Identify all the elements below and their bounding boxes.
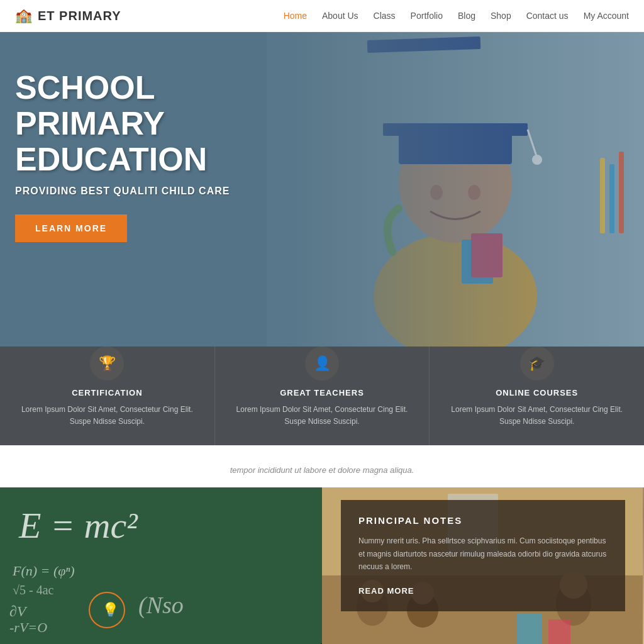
courses-desc: Lorem Ipsum Dolor Sit Amet, Consectetur … (445, 404, 629, 428)
certification-icon-wrap: 🏆 (90, 347, 124, 380)
read-more-link[interactable]: READ MORE (358, 586, 414, 596)
svg-text:F(n) = (φⁿ): F(n) = (φⁿ) (12, 563, 75, 579)
feature-certification: 🏆 CERTIFICATION Lorem Ipsum Dolor Sit Am… (0, 347, 215, 445)
nav-account[interactable]: My Account (584, 11, 629, 21)
certification-title: CERTIFICATION (15, 388, 199, 397)
nav-about[interactable]: About Us (322, 11, 358, 21)
svg-text:∂V: ∂V (9, 603, 28, 619)
logo-icon: 🏫 (15, 8, 33, 24)
hero-cta-button[interactable]: LEARN MORE (15, 214, 127, 242)
content-section: E = mc² F(n) = (φⁿ) √5 - 4ac ∂V -rV=O (N… (0, 487, 644, 644)
nav-class[interactable]: Class (374, 11, 396, 21)
creative-panel: E = mc² F(n) = (φⁿ) √5 - 4ac ∂V -rV=O (N… (0, 487, 322, 644)
nav-links: Home About Us Class Portfolio Blog Shop … (284, 10, 629, 21)
teachers-desc: Lorem Ipsum Dolor Sit Amet, Consectetur … (230, 404, 414, 428)
feature-courses: 🎓 ONLINE COURSES Lorem Ipsum Dolor Sit A… (430, 347, 644, 445)
hero-subtitle: PROVIDING BEST QUALITI CHILD CARE (15, 186, 279, 197)
nav-contact[interactable]: Contact us (526, 11, 569, 21)
principal-notes-box: PRINCIPAL NOTES Nummy nrerit uris. Pha s… (341, 500, 625, 611)
feature-teachers: 👤 GREAT TEACHERS Lorem Ipsum Dolor Sit A… (215, 347, 430, 445)
nav-home[interactable]: Home (284, 11, 307, 21)
chalkboard-svg: E = mc² F(n) = (φⁿ) √5 - 4ac ∂V -rV=O (N… (0, 487, 321, 644)
svg-rect-33 (517, 613, 542, 644)
teachers-title: GREAT TEACHERS (230, 388, 414, 397)
hero-section: SCHOOL PRIMARY EDUCATION PROVIDING BEST … (0, 32, 644, 347)
teachers-icon-wrap: 👤 (305, 347, 339, 380)
principal-notes-text: Nummy nrerit uris. Pha sellrtsce sciphva… (358, 535, 608, 573)
navbar: 🏫 ET PRIMARY Home About Us Class Portfol… (0, 0, 644, 32)
nav-shop[interactable]: Shop (491, 11, 511, 21)
person-icon: 👤 (314, 355, 331, 372)
logo[interactable]: 🏫 ET PRIMARY (15, 8, 121, 24)
svg-rect-34 (548, 619, 570, 644)
section-subtitle: tempor incididunt ut labore et dolore ma… (0, 445, 644, 487)
hero-title: SCHOOL PRIMARY EDUCATION (15, 70, 279, 178)
trophy-icon: 🏆 (99, 355, 116, 372)
features-bar: 🏆 CERTIFICATION Lorem Ipsum Dolor Sit Am… (0, 347, 644, 445)
graduation-icon: 🎓 (528, 355, 545, 372)
svg-text:-rV=O: -rV=O (9, 619, 47, 635)
principal-notes-panel: PRINCIPAL NOTES Nummy nrerit uris. Pha s… (322, 487, 644, 644)
hero-content: SCHOOL PRIMARY EDUCATION PROVIDING BEST … (15, 70, 279, 242)
certification-desc: Lorem Ipsum Dolor Sit Amet, Consectetur … (15, 404, 199, 428)
courses-icon-wrap: 🎓 (520, 347, 554, 380)
logo-text: ET PRIMARY (38, 9, 121, 23)
nav-blog[interactable]: Blog (458, 11, 475, 21)
svg-text:E = mc²: E = mc² (18, 505, 138, 546)
svg-text:√5 - 4ac: √5 - 4ac (13, 583, 54, 597)
nav-portfolio[interactable]: Portfolio (411, 11, 443, 21)
courses-title: ONLINE COURSES (445, 388, 629, 397)
svg-text:💡: 💡 (102, 601, 119, 618)
principal-notes-title: PRINCIPAL NOTES (358, 515, 608, 526)
svg-text:(Nso: (Nso (138, 592, 184, 619)
